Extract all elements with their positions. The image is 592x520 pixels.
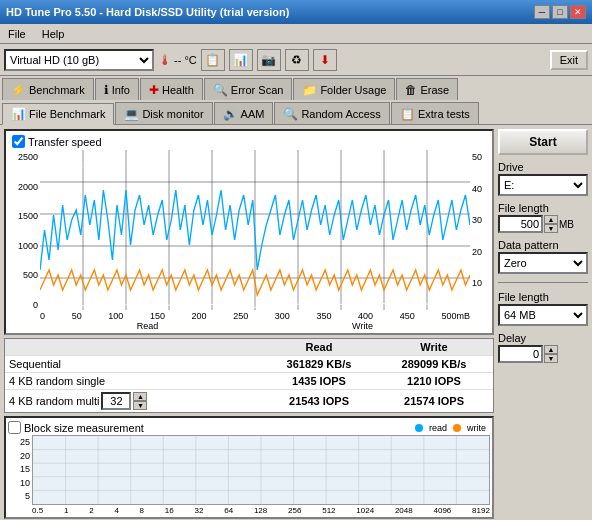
tab-randomaccess-label: Random Access (301, 108, 380, 120)
file-length-spinners: ▲ ▼ (544, 215, 558, 233)
stats-header-row: Read Write (5, 339, 493, 356)
spin-up[interactable]: ▲ (133, 392, 147, 401)
tab-aam[interactable]: 🔊 AAM (214, 102, 274, 124)
file-length-section: File length ▲ ▼ MB (498, 202, 588, 233)
delay-input-area: ▲ ▼ (498, 345, 588, 363)
window-controls: ─ □ ✕ (534, 5, 586, 19)
toolbar-icon-3[interactable]: 📷 (257, 49, 281, 71)
left-panel: Transfer speed 2500 2000 1500 1000 500 0… (4, 129, 494, 519)
filebenchmark-icon: 📊 (11, 107, 26, 121)
diskmonitor-icon: 💻 (124, 107, 139, 121)
4kb-single-read: 1435 IOPS (259, 375, 379, 387)
right-panel: Start Drive E: File length ▲ ▼ MB Data p… (498, 129, 588, 519)
main-content: Transfer speed 2500 2000 1500 1000 500 0… (0, 125, 592, 520)
multi-input-area: 4 KB random multi ▲ ▼ (9, 392, 259, 410)
delay-spinners: ▲ ▼ (544, 345, 558, 363)
read-header: Read (259, 341, 379, 353)
chart-inner-area: trial version (40, 150, 470, 310)
transfer-speed-label: Transfer speed (28, 136, 102, 148)
tab-diskmonitor[interactable]: 💻 Disk monitor (115, 102, 212, 124)
benchmark-icon: ⚡ (11, 83, 26, 97)
info-icon: ℹ (104, 83, 109, 97)
delay-up[interactable]: ▲ (544, 345, 558, 354)
read-legend-dot (415, 424, 423, 432)
stats-table: Read Write Sequential 361829 KB/s 289099… (4, 338, 494, 413)
block-size-checkbox[interactable] (8, 421, 21, 434)
file-length-down[interactable]: ▼ (544, 224, 558, 233)
4kb-multi-write: 21574 IOPS (379, 395, 489, 407)
file-length-input[interactable] (498, 215, 543, 233)
x-axis-labels: 0 50 100 150 200 250 300 350 400 450 500… (8, 310, 490, 321)
tab-extratests[interactable]: 📋 Extra tests (391, 102, 479, 124)
delay-down[interactable]: ▼ (544, 354, 558, 363)
tab-errorscan-label: Error Scan (231, 84, 284, 96)
y-axis-right: 50 40 30 20 10 (470, 150, 490, 310)
file-length-input-area: ▲ ▼ MB (498, 215, 588, 233)
4kb-multi-text: 4 KB random multi (9, 395, 99, 407)
temperature-value: -- °C (174, 54, 197, 66)
tab-folderusage[interactable]: 📁 Folder Usage (293, 78, 395, 100)
erase-icon: 🗑 (405, 83, 417, 97)
tab-benchmark-label: Benchmark (29, 84, 85, 96)
tab-info-label: Info (112, 84, 130, 96)
block-chart-svg (33, 436, 489, 504)
start-button[interactable]: Start (498, 129, 588, 155)
drive-selector[interactable]: Virtual HD (10 gB) (4, 49, 154, 71)
toolbar-icon-1[interactable]: 📋 (201, 49, 225, 71)
tab-filebenchmark-label: File Benchmark (29, 108, 105, 120)
file-length-section-2: File length 64 MB (498, 291, 588, 326)
file-length-unit: MB (559, 219, 574, 230)
toolbar-icon-2[interactable]: 📊 (229, 49, 253, 71)
tab-folderusage-label: Folder Usage (320, 84, 386, 96)
tab-diskmonitor-label: Disk monitor (142, 108, 203, 120)
transfer-speed-checkbox[interactable] (12, 135, 25, 148)
delay-input[interactable] (498, 345, 543, 363)
write-legend-dot (453, 424, 461, 432)
stats-row-sequential: Sequential 361829 KB/s 289099 KB/s (5, 356, 493, 373)
errorscan-icon: 🔍 (213, 83, 228, 97)
tab-errorscan[interactable]: 🔍 Error Scan (204, 78, 293, 100)
sequential-read: 361829 KB/s (259, 358, 379, 370)
tab-filebenchmark[interactable]: 📊 File Benchmark (2, 103, 114, 125)
file-length-label-2: File length (498, 291, 588, 303)
tab-benchmark[interactable]: ⚡ Benchmark (2, 78, 94, 100)
menu-file[interactable]: File (4, 27, 30, 41)
tabs-container: ⚡ Benchmark ℹ Info ✚ Health 🔍 Error Scan… (0, 76, 592, 125)
app-title: HD Tune Pro 5.50 - Hard Disk/SSD Utility… (6, 6, 289, 18)
minimize-button[interactable]: ─ (534, 5, 550, 19)
drive-select-right[interactable]: E: (498, 174, 588, 196)
tab-extratests-label: Extra tests (418, 108, 470, 120)
chart-legend: read write (411, 422, 490, 434)
transfer-speed-checkbox-area: Transfer speed (12, 135, 102, 148)
spin-down[interactable]: ▼ (133, 401, 147, 410)
tab-health[interactable]: ✚ Health (140, 78, 203, 100)
tab-erase[interactable]: 🗑 Erase (396, 78, 458, 100)
threads-input[interactable] (101, 392, 131, 410)
exit-button[interactable]: Exit (550, 50, 588, 70)
spin-buttons: ▲ ▼ (133, 392, 147, 410)
file-length-label: File length (498, 202, 588, 214)
thermometer-icon: 🌡 (158, 52, 172, 68)
health-icon: ✚ (149, 83, 159, 97)
tab-info[interactable]: ℹ Info (95, 78, 139, 100)
file-length-up[interactable]: ▲ (544, 215, 558, 224)
toolbar-icon-5[interactable]: ⬇ (313, 49, 337, 71)
title-bar: HD Tune Pro 5.50 - Hard Disk/SSD Utility… (0, 0, 592, 24)
chart-svg (40, 150, 470, 310)
toolbar: Virtual HD (10 gB) 🌡 -- °C 📋 📊 📷 ♻ ⬇ Exi… (0, 44, 592, 76)
folderusage-icon: 📁 (302, 83, 317, 97)
maximize-button[interactable]: □ (552, 5, 568, 19)
file-length-select-2[interactable]: 64 MB (498, 304, 588, 326)
tab-randomaccess[interactable]: 🔍 Random Access (274, 102, 389, 124)
close-button[interactable]: ✕ (570, 5, 586, 19)
data-pattern-section: Data pattern Zero (498, 239, 588, 274)
block-y-axis: 25 20 15 10 5 (8, 435, 32, 505)
x-axis-section-headers: Read Write (8, 321, 490, 331)
stats-row-4kb-single: 4 KB random single 1435 IOPS 1210 IOPS (5, 373, 493, 390)
block-x-labels: 0.5 1 2 4 8 16 32 64 128 256 512 1024 20… (8, 505, 490, 515)
write-legend-label: write (467, 423, 486, 433)
menu-help[interactable]: Help (38, 27, 69, 41)
data-pattern-label: Data pattern (498, 239, 588, 251)
data-pattern-select[interactable]: Zero (498, 252, 588, 274)
toolbar-icon-4[interactable]: ♻ (285, 49, 309, 71)
